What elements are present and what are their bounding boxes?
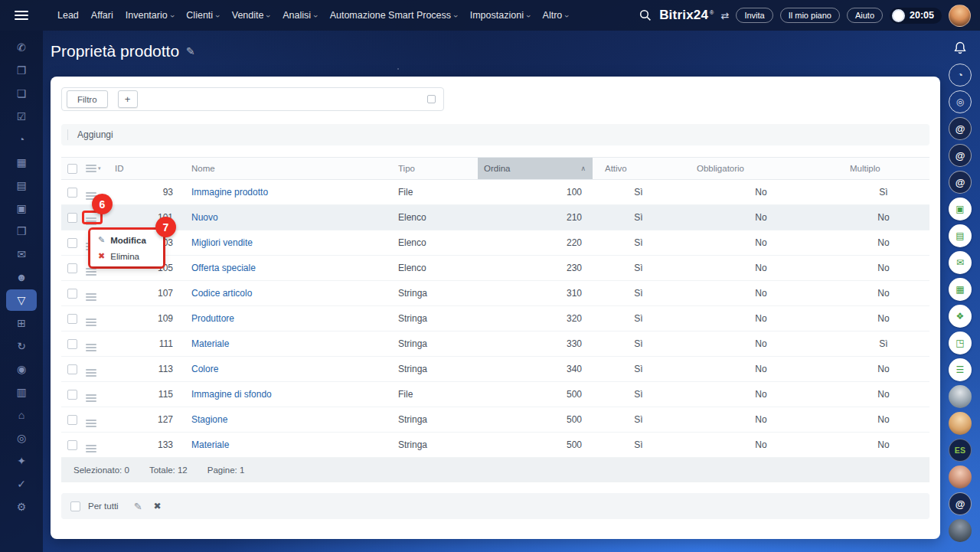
app-channel-6[interactable]: ◳ — [949, 332, 972, 354]
row-checkbox[interactable] — [67, 289, 77, 299]
help-button[interactable]: Aiuto — [847, 8, 883, 23]
sidebar-item-marketing[interactable]: ◎ — [6, 427, 37, 449]
sidebar-item-analytics[interactable]: ▥ — [6, 381, 37, 403]
sidebar-item-crm[interactable]: ▽ — [6, 289, 37, 311]
sidebar-item-warehouse[interactable]: ⌂ — [6, 404, 37, 426]
edit-title-pencil-icon[interactable]: ✎ — [186, 45, 195, 57]
topbar-menu-lead[interactable]: Lead — [57, 10, 79, 21]
property-name-link[interactable]: Materiale — [191, 439, 229, 450]
property-name-link[interactable]: Immagine di sfondo — [191, 389, 272, 400]
topbar-menu-clienti[interactable]: Clienti › — [186, 10, 219, 21]
bulk-edit-pencil-icon[interactable]: ✎ — [134, 501, 142, 512]
sidebar-item-mail[interactable]: ✉ — [6, 243, 37, 265]
column-header-attivo[interactable]: Attivo — [593, 164, 684, 173]
sidebar-item-feed[interactable]: ❏ — [6, 83, 37, 104]
app-channel-1[interactable]: ▣ — [949, 198, 972, 220]
row-checkbox[interactable] — [67, 263, 77, 273]
search-icon[interactable] — [639, 8, 652, 22]
user-avatar-2[interactable] — [949, 412, 972, 435]
user-avatar-3[interactable] — [949, 465, 972, 488]
row-checkbox[interactable] — [67, 188, 77, 198]
context-menu-modifica[interactable]: ✎ Modifica — [90, 232, 163, 248]
grid-settings-icon[interactable]: ▾ — [83, 165, 110, 172]
topbar-menu-analisi[interactable]: Analisi › — [283, 10, 318, 21]
row-menu-icon[interactable] — [83, 445, 96, 452]
property-name-link[interactable]: Offerta speciale — [191, 263, 256, 273]
row-checkbox[interactable] — [67, 390, 77, 400]
property-name-link[interactable]: Nuovo — [191, 212, 218, 223]
topbar-menu-altro[interactable]: Altro › — [543, 10, 569, 21]
filter-button[interactable]: Filtro — [67, 90, 108, 108]
topbar-menu-affari[interactable]: Affari — [91, 10, 113, 21]
property-name-link[interactable]: Materiale — [191, 338, 229, 349]
main-menu-hamburger-icon[interactable] — [0, 0, 43, 31]
property-name-link[interactable]: Stagione — [191, 414, 227, 425]
row-menu-icon[interactable] — [83, 268, 96, 276]
row-menu-icon[interactable] — [83, 420, 96, 427]
column-header-ordina-sorted[interactable]: Ordina ∧ — [478, 158, 593, 179]
sidebar-item-automation[interactable]: ↻ — [6, 335, 37, 357]
user-avatar-4[interactable] — [949, 519, 972, 542]
topbar-menu-inventario[interactable]: Inventario › — [126, 10, 175, 21]
support-bot-avatar[interactable]: @ — [949, 171, 972, 194]
add-filter-button[interactable]: + — [118, 90, 138, 108]
sidebar-item-tasks[interactable]: ☑ — [6, 106, 37, 127]
row-checkbox[interactable] — [67, 314, 77, 324]
user-profile-avatar[interactable] — [949, 5, 971, 27]
row-menu-icon[interactable] — [83, 344, 96, 351]
property-name-link[interactable]: Immagine prodotto — [191, 187, 268, 198]
sidebar-item-messenger[interactable]: ✆ — [6, 37, 37, 58]
sidebar-item-settings[interactable]: ⚙ — [6, 496, 37, 518]
column-header-multiplo[interactable]: Multiplo — [838, 164, 929, 173]
sidebar-item-sign[interactable]: ✓ — [6, 473, 37, 495]
filter-settings-icon[interactable] — [427, 95, 436, 103]
topbar-menu-impostazioni[interactable]: Impostazioni › — [470, 10, 531, 21]
column-header-nome[interactable]: Nome — [179, 164, 386, 173]
sidebar-item-shop[interactable]: ✦ — [6, 450, 37, 472]
bitrix-bot-avatar[interactable]: @ — [949, 117, 972, 140]
row-checkbox[interactable] — [67, 440, 77, 450]
notifications-bell-icon[interactable] — [949, 37, 972, 60]
topbar-menu-automazione-smart-process[interactable]: Automazione Smart Process › — [330, 10, 458, 21]
sidebar-item-projects[interactable]: ⊞ — [6, 312, 37, 334]
row-checkbox[interactable] — [67, 238, 77, 248]
context-menu-elimina[interactable]: ✖ Elimina — [90, 248, 163, 264]
row-checkbox[interactable] — [67, 364, 77, 374]
row-menu-icon[interactable] — [83, 394, 96, 402]
row-checkbox[interactable] — [67, 213, 77, 223]
property-name-link[interactable]: Produttore — [191, 313, 234, 324]
row-checkbox[interactable] — [67, 339, 77, 349]
topbar-menu-vendite[interactable]: Vendite › — [232, 10, 270, 21]
market-bot-avatar[interactable]: @ — [949, 144, 972, 167]
user-avatar-es[interactable]: ES — [949, 439, 972, 462]
app-channel-3[interactable]: ✉ — [949, 251, 972, 274]
sidebar-item-camera[interactable]: ◉ — [6, 358, 37, 380]
invite-button[interactable]: Invita — [736, 8, 773, 23]
sidebar-item-calendar[interactable]: ▦ — [6, 152, 37, 173]
app-channel-2[interactable]: ▤ — [949, 224, 972, 247]
sidebar-item-copy[interactable]: ❐ — [6, 60, 37, 81]
my-plan-button[interactable]: Il mio piano — [780, 8, 840, 23]
sidebar-item-employees[interactable]: ☻ — [6, 266, 37, 288]
column-header-id[interactable]: ID — [110, 164, 179, 173]
app-channel-4[interactable]: ▦ — [949, 278, 972, 301]
sidebar-item-video[interactable]: ▣ — [6, 198, 37, 219]
sidebar-item-documents[interactable]: ▤ — [6, 175, 37, 196]
sliders-icon[interactable]: ⇄ — [720, 10, 729, 21]
column-header-tipo[interactable]: Tipo — [386, 164, 478, 173]
timeman-widget[interactable]: 20:05 — [890, 8, 942, 24]
team-chat-avatar[interactable]: @ — [949, 492, 972, 515]
row-menu-icon[interactable] — [83, 293, 96, 301]
row-menu-icon[interactable] — [83, 318, 96, 326]
sidebar-item-clock[interactable]: ◔ — [6, 129, 37, 150]
copilot-button[interactable]: ◔ — [949, 64, 972, 87]
property-name-link[interactable]: Codice articolo — [191, 288, 252, 299]
select-all-checkbox[interactable] — [67, 164, 77, 174]
property-name-link[interactable]: Migliori vendite — [191, 237, 253, 248]
row-menu-icon[interactable] — [83, 369, 96, 377]
bitrix24-logo[interactable]: Bitrix24 ® — [659, 8, 714, 23]
for-all-checkbox[interactable] — [70, 501, 80, 511]
property-name-link[interactable]: Colore — [191, 364, 218, 374]
app-channel-7[interactable]: ☰ — [949, 358, 972, 381]
bulk-delete-icon[interactable]: ✖ — [154, 501, 162, 511]
